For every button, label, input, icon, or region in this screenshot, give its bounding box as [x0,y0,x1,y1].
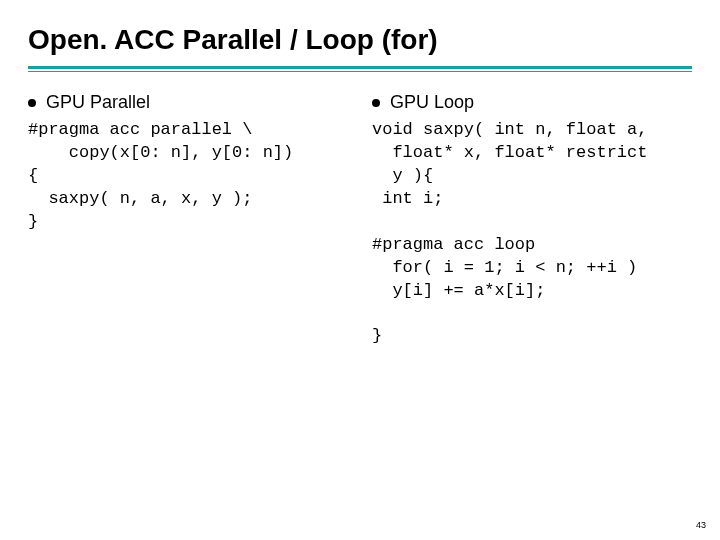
rule-thick [28,66,692,69]
right-code-block: void saxpy( int n, float a, float* x, fl… [372,119,692,348]
bullet-icon [372,99,380,107]
right-column: GPU Loop void saxpy( int n, float a, flo… [372,92,692,348]
bullet-icon [28,99,36,107]
right-heading-row: GPU Loop [372,92,692,113]
title-rule [28,66,692,72]
page-number: 43 [696,520,706,530]
left-column: GPU Parallel #pragma acc parallel \ copy… [28,92,348,348]
slide-title: Open. ACC Parallel / Loop (for) [28,24,692,56]
left-heading: GPU Parallel [46,92,150,113]
rule-thin [28,71,692,72]
slide: Open. ACC Parallel / Loop (for) GPU Para… [0,0,720,540]
left-heading-row: GPU Parallel [28,92,348,113]
columns: GPU Parallel #pragma acc parallel \ copy… [28,92,692,348]
left-code-block: #pragma acc parallel \ copy(x[0: n], y[0… [28,119,348,234]
right-heading: GPU Loop [390,92,474,113]
